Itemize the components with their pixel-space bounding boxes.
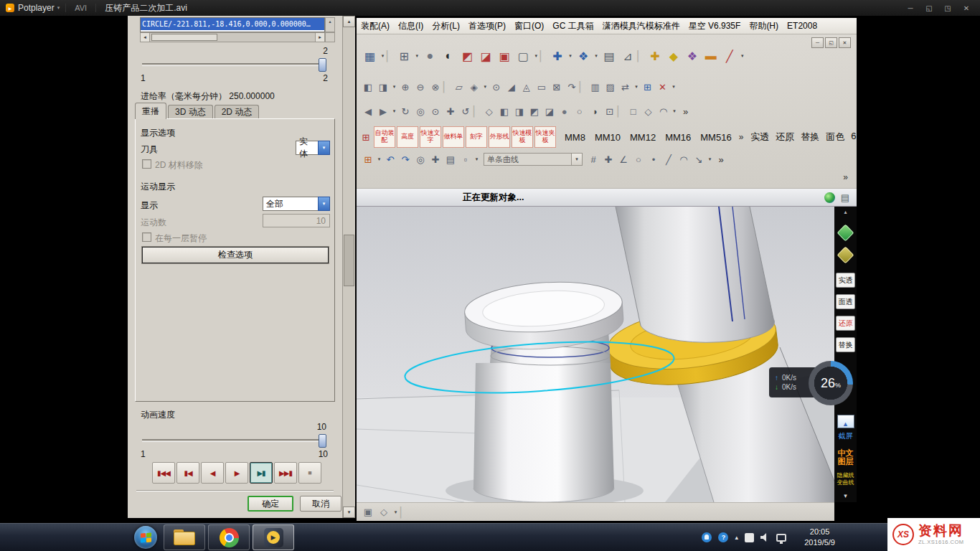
cad-minimize-button[interactable]: ─ <box>811 37 824 48</box>
player-fullscreen-button[interactable]: ◳ <box>938 4 957 12</box>
chinese-layer-button[interactable]: 中文 图层 <box>838 448 854 466</box>
menu-item[interactable]: 潇洒模具汽模标准件 <box>598 20 684 32</box>
datum-plane-icon[interactable]: ◩ <box>458 47 476 65</box>
scroll-down-icon[interactable]: ▾ <box>343 507 355 518</box>
polygon-tool-icon[interactable]: ◇ <box>641 104 656 118</box>
size-label[interactable]: MM12 <box>630 132 656 143</box>
arc-icon[interactable]: ◠ <box>677 152 691 166</box>
screenshot-label[interactable]: 截屏 <box>839 431 853 441</box>
quick-button[interactable]: 快速模板 <box>512 126 533 148</box>
subtract-icon[interactable]: ⊖ <box>413 80 428 94</box>
hscroll-thumb[interactable] <box>151 34 217 41</box>
dropdown-arrow-icon[interactable]: ▾ <box>672 104 678 118</box>
progress-circle[interactable]: 26 % <box>809 361 853 405</box>
rotate-view-icon[interactable]: ↺ <box>458 104 473 118</box>
curve-tool-icon[interactable]: ◠ <box>656 104 671 118</box>
dropdown-arrow-icon[interactable]: ▾ <box>391 104 397 118</box>
olive-gadget-icon[interactable] <box>837 246 854 263</box>
viewport-3d[interactable] <box>357 207 834 502</box>
play-to-next-button[interactable]: ▶▮ <box>250 462 273 484</box>
selection-filter-icon[interactable]: ▦ <box>361 47 379 65</box>
player-close-button[interactable]: ✕ <box>957 4 976 12</box>
cl-listbox[interactable]: CIRCLE/-221.811,-18.416,0.000,0.000000… <box>140 17 325 32</box>
ime-tray-icon[interactable] <box>745 533 754 542</box>
refresh-icon[interactable]: ↻ <box>398 104 413 118</box>
quick-button[interactable]: 刻字 <box>466 126 487 148</box>
scrollbar-thumb[interactable] <box>344 235 354 286</box>
size-label[interactable]: MM8 <box>565 132 585 143</box>
dropdown-arrow-icon[interactable]: ▾ <box>707 152 713 166</box>
menu-item[interactable]: 首选项(P) <box>464 20 510 32</box>
extrude-icon[interactable]: ◧ <box>361 80 375 94</box>
menu-item[interactable]: 窗口(O) <box>510 20 548 32</box>
chamfer-icon[interactable]: ◢ <box>504 80 519 94</box>
position-slider-handle[interactable] <box>319 58 326 72</box>
exp-tool-icon[interactable]: ⊞ <box>359 128 372 146</box>
view-label[interactable]: 6 <box>851 131 856 143</box>
size-label[interactable]: MM10 <box>595 132 621 143</box>
dashed-box-icon[interactable]: ▫ <box>458 152 473 166</box>
view-label[interactable]: 还原 <box>776 131 794 143</box>
separator[interactable]: ▏ <box>618 104 626 118</box>
endpoint-icon[interactable]: ↘ <box>692 152 706 166</box>
fit-view-icon[interactable]: ◎ <box>413 104 428 118</box>
iso-view-icon[interactable]: ◇ <box>482 104 496 118</box>
dropdown-arrow-icon[interactable]: ▾ <box>739 47 745 65</box>
separator[interactable]: ▏ <box>580 80 588 94</box>
ghost-mode-icon[interactable]: ◑ <box>588 104 602 118</box>
hidden-line-button[interactable]: 隐藏线 变曲线 <box>837 472 854 486</box>
dialog-scrollbar[interactable]: ▴ ▾ <box>343 16 355 518</box>
volume-icon[interactable] <box>760 533 770 542</box>
separator[interactable]: ▏ <box>638 47 646 65</box>
wcs-icon[interactable]: ✚ <box>549 47 567 65</box>
sweep-icon[interactable]: ↷ <box>565 80 579 94</box>
section-view-icon[interactable]: ⊡ <box>603 104 617 118</box>
intersect-icon[interactable]: ⊗ <box>428 80 443 94</box>
delete-icon[interactable]: ✕ <box>656 80 670 94</box>
more-chevron-icon[interactable]: » <box>679 104 693 118</box>
datum-axis-icon[interactable]: ◪ <box>477 47 495 65</box>
material-removal-checkbox[interactable] <box>142 159 151 169</box>
separator[interactable]: ▏ <box>473 104 481 118</box>
strip-replace-button[interactable]: 替换 <box>836 337 855 352</box>
doc-icon[interactable]: ▤ <box>841 192 849 203</box>
right-view-icon[interactable]: ◩ <box>527 104 542 118</box>
scroll-up-icon[interactable]: ▴ <box>343 16 355 27</box>
dropdown-arrow-icon[interactable]: ▾ <box>392 505 399 519</box>
menu-item[interactable]: 信息(I) <box>394 20 428 32</box>
taskbar-explorer-button[interactable] <box>164 524 205 550</box>
shaded-sphere-icon[interactable]: ● <box>421 47 439 65</box>
separator[interactable]: ▏ <box>540 47 548 65</box>
dropdown-arrow-icon[interactable]: ▾ <box>671 80 677 94</box>
menu-item[interactable]: GC 工具箱 <box>548 20 598 32</box>
size-label[interactable]: MM16 <box>665 132 691 143</box>
menu-item[interactable]: 帮助(H) <box>745 20 783 32</box>
sketch-pen-icon[interactable]: ╱ <box>720 47 738 65</box>
size-label[interactable]: MM516 <box>700 132 731 143</box>
start-button[interactable] <box>134 526 157 549</box>
line-icon[interactable]: ╱ <box>661 152 676 166</box>
check-options-button[interactable]: 检查选项 <box>142 247 329 263</box>
back-icon[interactable]: ◀ <box>361 104 375 118</box>
taskbar-chrome-button[interactable] <box>208 524 250 550</box>
strip-face-translucent-button[interactable]: 面透 <box>836 294 855 309</box>
more-chevron-icon[interactable]: » <box>714 152 728 166</box>
quick-button[interactable]: 快速夹板 <box>534 126 556 148</box>
dropdown-arrow-icon[interactable]: ▾ <box>593 47 600 65</box>
video-frame[interactable]: CIRCLE/-221.811,-18.416,0.000,0.000000… … <box>0 16 980 522</box>
menu-item[interactable]: 装配(A) <box>357 20 394 32</box>
display-mode-icon[interactable]: ▢ <box>514 47 532 65</box>
dropdown-arrow-icon[interactable]: ▾ <box>567 47 574 65</box>
listbox-vscrollbar[interactable]: ▴ <box>325 17 335 32</box>
skip-to-end-button[interactable]: ▶▶▮ <box>274 462 297 484</box>
target-icon[interactable]: ◎ <box>413 152 428 166</box>
dropdown-arrow-icon[interactable]: ▾ <box>414 47 420 65</box>
cl-list-selected-item[interactable]: CIRCLE/-221.811,-18.416,0.000,0.000000… <box>141 18 324 30</box>
block-icon[interactable]: ▱ <box>452 80 466 94</box>
update-globe-icon[interactable] <box>824 192 835 203</box>
key-tool-icon[interactable]: ✚ <box>646 47 664 65</box>
scroll-right-icon[interactable]: ▸ <box>315 33 324 42</box>
undo-icon[interactable]: ↶ <box>383 152 397 166</box>
help-tray-icon[interactable]: ? <box>718 532 728 542</box>
tab-replay[interactable]: 重播 <box>135 103 166 119</box>
